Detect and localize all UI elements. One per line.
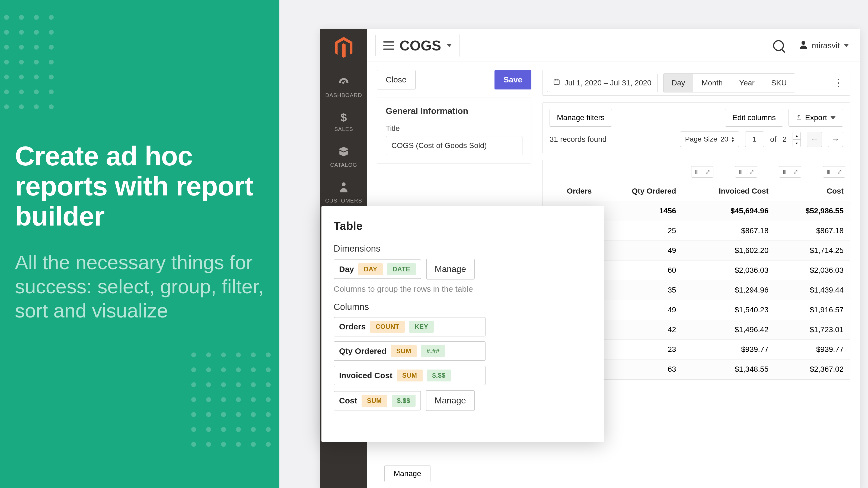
dimensions-help: Columns to group the rows in the table [334, 284, 592, 294]
chart-icon: ⫼ [691, 166, 702, 177]
popup-title: Table [334, 220, 592, 233]
seg-month[interactable]: Month [693, 74, 731, 92]
more-menu-icon[interactable]: ⋮ [831, 77, 846, 89]
chart-icon: ⫼ [779, 166, 790, 177]
page-size-select[interactable]: Page Size 20 ▴▾ [680, 131, 739, 147]
col-qty[interactable]: Qty Ordered [598, 182, 683, 201]
table-header-row: Orders Qty Ordered Invoiced Cost Cost [542, 182, 850, 201]
col-tools[interactable]: ⫼⤢ [691, 166, 713, 177]
user-name: mirasvit [812, 41, 840, 50]
svg-rect-2 [554, 80, 559, 84]
person-icon [320, 182, 367, 195]
chart-icon: ⫼ [735, 166, 746, 177]
table-builder-popup: Table Dimensions Day DAY DATE Manage Col… [321, 206, 604, 442]
gauge-icon [320, 76, 367, 90]
page-size-label: Page Size [685, 135, 717, 143]
general-info-card: General Information Title [377, 98, 531, 163]
search-icon[interactable] [773, 40, 784, 51]
seg-sku[interactable]: SKU [763, 74, 795, 92]
report-title-input[interactable] [386, 136, 522, 155]
manage-columns-button[interactable]: Manage [426, 390, 475, 411]
promo-heading: Create ad hoc reports with report builde… [15, 141, 265, 231]
total-pages: 2 [782, 135, 786, 144]
pill-name: Orders [339, 322, 366, 331]
dimension-pill[interactable]: Day DAY DATE [334, 259, 421, 279]
col-tools[interactable]: ⫼⤢ [823, 166, 845, 177]
pill-tag: SUM [391, 345, 416, 357]
records-found: 31 records found [550, 135, 607, 144]
sidebar-item-label: SALES [334, 126, 353, 132]
dimensions-label: Dimensions [334, 243, 592, 254]
promo-sub: All the necessary things for success: se… [15, 250, 265, 323]
pill-name: Qty Ordered [339, 347, 386, 356]
sidebar-item-dashboard[interactable]: DASHBOARD [320, 69, 367, 105]
sidebar-item-label: CUSTOMERS [325, 198, 362, 204]
save-button[interactable]: Save [495, 70, 531, 90]
col-cost[interactable]: Cost [775, 182, 850, 201]
manage-dimensions-button[interactable]: Manage [426, 259, 475, 280]
pill-tag: #.## [421, 345, 445, 357]
dollar-icon: $ [320, 112, 367, 123]
report-title-dropdown[interactable]: COGS [375, 34, 460, 57]
pill-tag: KEY [409, 321, 434, 333]
close-button[interactable]: Close [377, 70, 415, 90]
chart-icon: ⫼ [823, 166, 834, 177]
sidebar-item-label: CATALOG [330, 162, 357, 168]
date-range-text: Jul 1, 2020 – Jul 31, 2020 [564, 78, 652, 87]
pill-tag: COUNT [370, 321, 405, 333]
title-label: Title [386, 124, 522, 133]
column-pill[interactable]: Cost SUM $.$$ [334, 391, 421, 411]
page-stepper[interactable]: ▴ ▾ [793, 132, 801, 147]
step-up-icon[interactable]: ▴ [793, 132, 801, 139]
page-number-input[interactable] [745, 131, 764, 147]
pill-tag: SUM [397, 369, 423, 382]
pill-name: Day [339, 265, 354, 274]
card-title: General Information [386, 106, 522, 116]
hamburger-icon [383, 41, 394, 50]
user-menu[interactable]: mirasvit [799, 40, 849, 51]
step-down-icon[interactable]: ▾ [793, 139, 801, 147]
sort-icon: ▴▾ [732, 136, 734, 142]
chevron-down-icon [446, 44, 452, 47]
col-tools[interactable]: ⫼⤢ [779, 166, 801, 177]
chevron-down-icon [844, 44, 849, 47]
date-range-picker[interactable]: Jul 1, 2020 – Jul 31, 2020 [547, 74, 658, 92]
col-orders[interactable]: Orders [542, 182, 598, 201]
col-tools[interactable]: ⫼⤢ [735, 166, 757, 177]
topbar: COGS mirasvit [367, 29, 860, 62]
pill-name: Cost [339, 396, 357, 405]
column-pill[interactable]: Qty Ordered SUM #.## [334, 341, 486, 361]
export-button[interactable]: Export [788, 109, 843, 127]
expand-icon: ⤢ [746, 166, 757, 177]
prev-page-button[interactable]: ← [807, 132, 822, 147]
svg-point-1 [802, 41, 805, 45]
pill-tag: $.$$ [427, 369, 451, 382]
sidebar-item-label: DASHBOARD [325, 92, 362, 98]
magento-logo-icon [334, 37, 353, 59]
sidebar-item-catalog[interactable]: CATALOG [320, 139, 367, 175]
range-bar: Jul 1, 2020 – Jul 31, 2020 Day Month Yea… [542, 70, 850, 96]
promo-panel: Create ad hoc reports with report builde… [0, 0, 279, 488]
sidebar-item-sales[interactable]: $ SALES [320, 105, 367, 139]
expand-icon: ⤢ [834, 166, 845, 177]
expand-icon: ⤢ [702, 166, 713, 177]
seg-day[interactable]: Day [663, 74, 693, 92]
edit-columns-button[interactable]: Edit columns [725, 109, 783, 127]
col-invoiced[interactable]: Invoiced Cost [683, 182, 775, 201]
seg-year[interactable]: Year [731, 74, 763, 92]
pill-name: Invoiced Cost [339, 371, 393, 380]
granularity-segment: Day Month Year SKU [663, 73, 795, 93]
column-pill[interactable]: Invoiced Cost SUM $.$$ [334, 366, 486, 385]
toolbar: Manage filters Edit columns Export [542, 102, 850, 153]
columns-label: Columns [334, 302, 592, 312]
manage-button[interactable]: Manage [384, 465, 431, 482]
expand-icon: ⤢ [790, 166, 801, 177]
manage-filters-button[interactable]: Manage filters [550, 109, 612, 127]
next-page-button[interactable]: → [828, 132, 843, 147]
box-icon [320, 146, 367, 159]
column-pill[interactable]: Orders COUNT KEY [334, 317, 486, 336]
of-label: of [770, 135, 776, 144]
sidebar-item-customers[interactable]: CUSTOMERS [320, 175, 367, 210]
page-title: COGS [400, 37, 441, 54]
pill-tag: $.$$ [392, 395, 416, 407]
